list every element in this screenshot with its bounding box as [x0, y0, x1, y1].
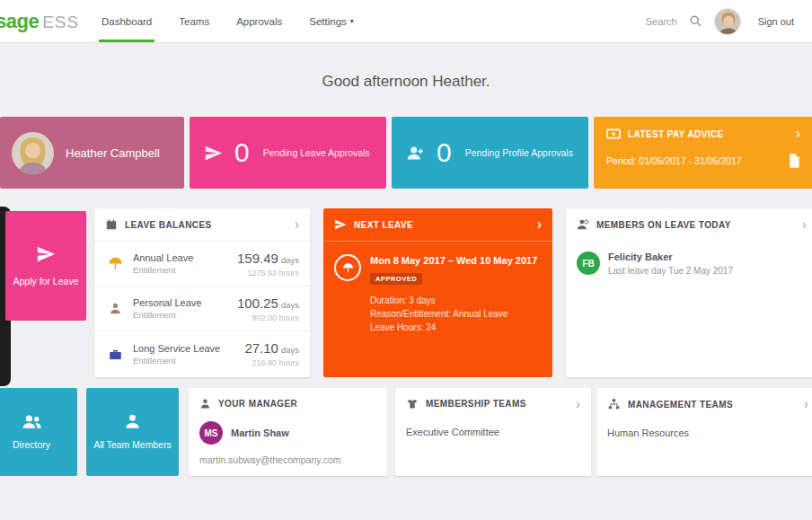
member-details: Felicity Baker Last leave day Tue 2 May …	[608, 251, 733, 276]
user-avatar[interactable]	[714, 8, 741, 35]
person-icon	[105, 302, 125, 315]
next-leave-reason: Reason/Entitlement: Annual Leave	[370, 309, 537, 319]
nav-dashboard[interactable]: Dashboard	[102, 0, 152, 42]
sage-ess-dashboard: sage ESS Dashboard Teams Approvals Setti…	[0, 0, 812, 520]
nav-teams[interactable]: Teams	[179, 0, 209, 42]
leave-type-block: Annual Leave Entitlement	[133, 252, 193, 275]
pending-leave-approvals-card[interactable]: 0 Pending Leave Approvals	[190, 117, 386, 189]
members-on-leave-title: MEMBERS ON LEAVE TODAY	[596, 220, 731, 230]
sign-out-link[interactable]: Sign out	[758, 16, 794, 27]
balance-unit: days	[281, 255, 299, 265]
leave-type-sub: Entitlement	[133, 265, 193, 275]
document-icon	[789, 154, 800, 168]
leave-type-sub: Entitlement	[133, 356, 220, 366]
leave-type-sub: Entitlement	[133, 310, 201, 320]
logo-ess-text: ESS	[42, 13, 79, 32]
beach-umbrella-icon	[105, 256, 125, 271]
manager-row[interactable]: MS Martin Shaw	[199, 421, 376, 445]
search-label[interactable]: Search	[646, 16, 677, 27]
balance-days: 27.10	[244, 340, 278, 356]
next-leave-header[interactable]: NEXT LEAVE ›	[323, 208, 552, 242]
leave-type-name: Annual Leave	[133, 252, 193, 263]
umbrella-circle-icon	[334, 254, 361, 281]
leave-balances-title: LEAVE BALANCES	[125, 220, 212, 230]
membership-teams-title: MEMBERSHIP TEAMS	[426, 399, 526, 409]
briefcase-icon	[105, 348, 125, 361]
people-icon	[22, 413, 42, 430]
management-teams-card[interactable]: MANAGEMENT TEAMS › Human Resources	[596, 388, 812, 476]
member-name: Felicity Baker	[608, 251, 733, 262]
leave-plane-icon	[334, 218, 347, 231]
org-chart-icon	[607, 398, 621, 410]
apply-for-leave-card[interactable]: Apply for Leave	[5, 211, 86, 321]
leave-balances-header[interactable]: LEAVE BALANCES ›	[94, 208, 310, 242]
leave-balance-row-annual[interactable]: Annual Leave Entitlement 159.49days 1275…	[94, 242, 310, 286]
manager-email[interactable]: martin.subway@thecompany.com	[199, 454, 376, 465]
leave-balance-value: 159.49days 1275.92 hours	[237, 251, 299, 278]
membership-team-value[interactable]: Executive Committee	[395, 419, 591, 437]
leave-balance-value: 100.25days 802.00 hours	[237, 295, 299, 322]
manager-body: MS Martin Shaw martin.subway@thecompany.…	[189, 419, 387, 465]
pay-advice-body: Period: 01/05/2017 - 31/05/2017	[606, 154, 812, 168]
members-on-leave-header[interactable]: MEMBERS ON LEAVE TODAY ›	[566, 208, 812, 241]
next-leave-card[interactable]: NEXT LEAVE › Mon 8 May 2017 – Wed 10 May…	[323, 208, 552, 377]
banknote-icon	[606, 128, 621, 140]
profile-name: Heather Campbell	[66, 146, 160, 160]
balance-days: 100.25	[237, 295, 278, 311]
pending-profile-count: 0	[437, 137, 452, 168]
all-team-members-card[interactable]: All Team Members	[86, 388, 179, 476]
members-on-leave-card[interactable]: MEMBERS ON LEAVE TODAY › FB Felicity Bak…	[566, 208, 812, 377]
directory-label: Directory	[7, 438, 56, 451]
latest-pay-advice-card[interactable]: LATEST PAY ADVICE › Period: 01/05/2017 -…	[594, 117, 812, 189]
greeting-text: Good afternoon Heather.	[0, 73, 812, 91]
nav-settings[interactable]: Settings ▾	[309, 0, 354, 42]
logo-sage-text: sage	[0, 10, 39, 33]
leave-plane-icon	[204, 144, 223, 163]
member-initials-avatar: FB	[577, 251, 600, 275]
membership-teams-header[interactable]: MEMBERSHIP TEAMS ›	[395, 388, 591, 419]
person-plus-icon	[406, 144, 425, 163]
pending-profile-approvals-card[interactable]: 0 Pending Profile Approvals	[392, 117, 588, 189]
management-teams-title: MANAGEMENT TEAMS	[628, 400, 733, 410]
membership-teams-card[interactable]: MEMBERSHIP TEAMS › Executive Committee	[395, 388, 591, 476]
directory-card[interactable]: Directory	[0, 388, 77, 476]
search-icon[interactable]	[689, 14, 702, 28]
balance-hours: 1275.92 hours	[237, 269, 299, 278]
leave-balance-row-long-service[interactable]: Long Service Leave Entitlement 27.10days…	[94, 331, 310, 376]
next-leave-details: Mon 8 May 2017 – Wed 10 May 2017 APPROVE…	[370, 254, 537, 332]
nav-settings-label: Settings	[309, 16, 347, 27]
your-manager-header: YOUR MANAGER	[189, 388, 387, 419]
balance-hours: 216.80 hours	[244, 358, 299, 367]
sage-ess-logo[interactable]: sage ESS	[0, 10, 78, 33]
calendar-icon	[105, 218, 118, 231]
next-leave-hours: Leave Hours: 24	[370, 322, 537, 332]
leave-type-block: Long Service Leave Entitlement	[133, 343, 220, 366]
nav-approvals-label: Approvals	[236, 16, 282, 27]
leave-balances-card[interactable]: LEAVE BALANCES › Annual Leave Entitlemen…	[94, 208, 310, 377]
pending-leave-count: 0	[234, 137, 250, 168]
nav-teams-label: Teams	[179, 16, 209, 27]
header-right: Search Sign out	[646, 8, 812, 35]
next-leave-date-range: Mon 8 May 2017 – Wed 10 May 2017	[370, 254, 537, 268]
your-manager-card[interactable]: YOUR MANAGER MS Martin Shaw martin.subwa…	[189, 388, 387, 476]
chevron-right-icon: ›	[295, 219, 299, 230]
apply-leave-plane-icon	[36, 244, 56, 264]
caret-down-icon: ▾	[350, 17, 354, 25]
manager-initials-avatar: MS	[199, 421, 223, 445]
management-teams-header[interactable]: MANAGEMENT TEAMS ›	[596, 388, 812, 420]
pay-advice-header: LATEST PAY ADVICE ›	[606, 128, 812, 140]
team-member-icon	[124, 413, 141, 430]
profile-card[interactable]: Heather Campbell	[0, 117, 184, 189]
shirt-icon	[406, 398, 419, 410]
nav-dashboard-label: Dashboard	[102, 16, 152, 27]
balance-days: 159.49	[237, 251, 278, 266]
main-nav: Dashboard Teams Approvals Settings ▾	[102, 0, 354, 42]
management-team-value[interactable]: Human Resources	[596, 420, 812, 438]
nav-approvals[interactable]: Approvals	[236, 0, 282, 42]
pay-advice-title: LATEST PAY ADVICE	[628, 129, 724, 139]
member-leave-detail: Last leave day Tue 2 May 2017	[608, 266, 733, 276]
person-clock-icon	[577, 218, 589, 231]
leave-balance-row-personal[interactable]: Personal Leave Entitlement 100.25days 80…	[94, 286, 310, 331]
leave-balance-value: 27.10days 216.80 hours	[244, 340, 299, 367]
member-row[interactable]: FB Felicity Baker Last leave day Tue 2 M…	[566, 241, 812, 286]
